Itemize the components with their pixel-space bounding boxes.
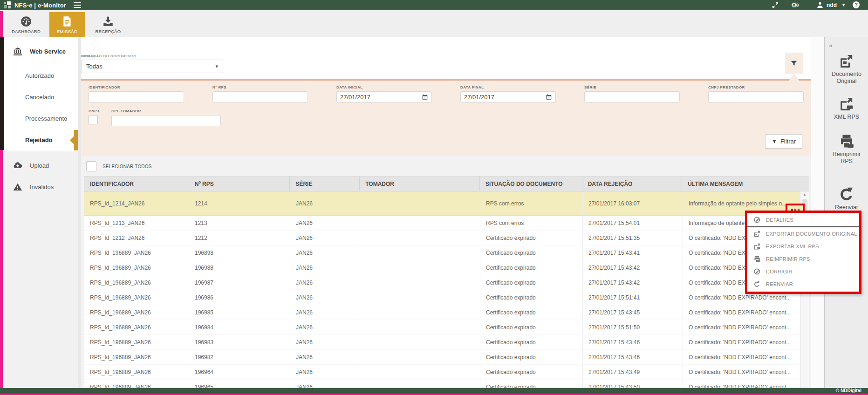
field-input[interactable]: 27/01/2017 <box>336 91 432 102</box>
context-menu-item[interactable]: REENVIAR <box>747 278 859 290</box>
filter-second-row: CNPJ CPF TOMADOR <box>89 109 221 126</box>
column-header-situacao[interactable]: SITUAÇÃO DO DOCUMENTO <box>480 177 582 191</box>
cell-identificador: RPS_Id_1212_JAN26 <box>84 231 189 245</box>
field-value: 27/01/2017 <box>340 94 370 101</box>
action-button[interactable]: Documento Original <box>832 53 861 85</box>
help-icon[interactable]: ? <box>853 1 860 8</box>
export-doc-icon <box>753 230 761 238</box>
context-menu-item[interactable]: CORRIGIR <box>747 265 859 278</box>
action-button[interactable]: Reimprimir RPS <box>833 133 861 165</box>
cell-serie: JAN26 <box>290 305 360 320</box>
filter-toggle-button[interactable] <box>785 53 803 74</box>
cell-identificador: RPS_Id_1214_JAN26 <box>84 191 189 215</box>
select-all-checkbox[interactable] <box>86 161 96 171</box>
field-label: DATA FINAL <box>460 85 556 89</box>
field-input[interactable] <box>584 91 680 102</box>
action-label-2: Original <box>836 78 856 85</box>
select-all-label: SELECIONAR TODOS <box>103 164 152 169</box>
username-label[interactable]: ndd <box>827 2 837 8</box>
column-header-rps[interactable]: Nº RPS <box>189 177 290 191</box>
table-row[interactable]: RPS_Id_196889_JAN26 196983 JAN26 Certifi… <box>84 335 809 350</box>
table-row[interactable]: RPS_Id_196889_JAN26 196988 JAN26 Certifi… <box>84 260 809 275</box>
table-row[interactable]: RPS_Id_196889_JAN26 196982 JAN26 Certifi… <box>84 350 809 365</box>
action-button[interactable]: Reenviar <box>835 186 858 211</box>
table-row[interactable]: RPS_Id_1212_JAN26 1212 JAN26 Certificado… <box>84 231 809 245</box>
field-input[interactable] <box>89 91 184 102</box>
field-input[interactable] <box>212 91 308 102</box>
user-icon[interactable] <box>816 1 824 9</box>
cell-serie: JAN26 <box>290 335 360 349</box>
table-row[interactable]: RPS_Id_196889_JAN26 196987 JAN26 Certifi… <box>84 275 809 290</box>
printer-icon <box>753 255 761 263</box>
cell-tomador <box>360 305 480 320</box>
table-row[interactable]: RPS_Id_196889_JAN26 196965 JAN26 Certifi… <box>84 380 809 388</box>
table-row[interactable]: RPS_Id_196889_JAN26 196986 JAN26 Certifi… <box>84 290 809 305</box>
action-button[interactable]: XML RPS <box>834 96 859 121</box>
select-input[interactable]: Todas ▾ <box>81 60 223 73</box>
cell-tomador <box>360 231 480 245</box>
table-row[interactable]: RPS_Id_196889_JAN26 196985 JAN26 Certifi… <box>84 305 809 320</box>
context-menu-item-label: REENVIAR <box>766 281 793 287</box>
field-input[interactable]: 27/01/2017 <box>460 91 556 102</box>
sidebar-item[interactable]: Cancelado <box>3 87 78 108</box>
column-header-tomador[interactable]: TOMADOR <box>360 177 480 191</box>
cell-situacao: Certificado expirado <box>480 380 583 388</box>
sidebar-item[interactable]: Upload <box>3 155 78 176</box>
cell-identificador: RPS_Id_196889_JAN26 <box>84 320 189 334</box>
scroll-up-arrow-icon[interactable]: ▲ <box>800 191 809 198</box>
fullscreen-icon[interactable] <box>772 1 779 9</box>
column-header-serie[interactable]: SÉRIE <box>290 177 360 191</box>
sidebar-group-webservice[interactable]: Web Service <box>3 37 78 65</box>
context-menu-item[interactable]: REIMPRIMIR RPS <box>747 252 859 265</box>
cnpj-checkbox[interactable] <box>89 115 98 124</box>
cpf-tomador-input[interactable] <box>111 115 221 126</box>
cell-identificador: RPS_Id_196889_JAN26 <box>84 335 189 349</box>
filtrar-button[interactable]: Filtrar <box>765 134 802 149</box>
column-header-identificador[interactable]: IDENTIFICADOR <box>84 177 189 191</box>
user-caret-down-icon[interactable]: ▾ <box>842 2 845 7</box>
collapsed-menu-strip <box>0 37 4 150</box>
cell-rps: 196898 <box>189 245 290 260</box>
table-row[interactable]: RPS_Id_1213_JAN26 1213 JAN26 RPS com err… <box>84 216 809 231</box>
context-menu-item[interactable]: EXPORTAR XML RPS <box>747 240 859 252</box>
filter-selects: CIDADE Todas ▾ JOB LAGES 5.0 ▾ SITUAÇÃO … <box>81 54 811 77</box>
cell-ultima-mensagem: O certificado: 'NDD EXPIRADO' encont... <box>683 305 801 320</box>
cell-tomador <box>360 320 480 334</box>
action-label-2: RPS <box>841 158 853 165</box>
tab[interactable]: RECEPÇÃO <box>90 12 126 37</box>
tab[interactable]: DASHBOARD <box>8 12 44 37</box>
field-input[interactable] <box>708 91 804 102</box>
tab[interactable]: EMISSÃO <box>49 12 85 37</box>
sidebar-item[interactable]: Inválidos <box>3 176 78 198</box>
context-menu-item[interactable]: DETALHES <box>747 213 859 227</box>
action-label: Reenviar <box>835 204 858 211</box>
context-menu-item[interactable]: EXPORTAR DOCUMENTO ORIGINAL <box>747 227 859 240</box>
table-row[interactable]: RPS_Id_1214_JAN26 1214 JAN26 RPS com err… <box>84 191 809 216</box>
sidebar-item[interactable]: Autorizado <box>3 65 78 87</box>
calendar-icon[interactable] <box>546 94 552 100</box>
cell-rps: 196965 <box>189 380 290 388</box>
column-header-data-rejeicao[interactable]: DATA REJEIÇÃO <box>582 177 683 191</box>
hamburger-menu-icon[interactable] <box>74 2 81 8</box>
cell-tomador <box>360 365 480 379</box>
cell-data-rejeicao: 27/01/2017 15:43:49 <box>583 365 683 379</box>
main-content: CIDADE Todas ▾ JOB LAGES 5.0 ▾ SITUAÇÃO … <box>81 37 811 388</box>
table-row[interactable]: RPS_Id_196889_JAN26 196984 JAN26 Certifi… <box>84 320 809 335</box>
cell-tomador <box>360 275 480 290</box>
filter-toggle-notch <box>789 74 799 81</box>
column-header-ultima-mensagem[interactable]: ÚLTIMA MENSAGEM <box>682 177 800 191</box>
sidebar-item-label: Inválidos <box>30 184 54 191</box>
settings-gears-icon[interactable]: ⚙⚙ <box>791 1 802 9</box>
cell-tomador <box>360 260 480 275</box>
cell-rps: 196987 <box>189 275 290 290</box>
cell-rps: 1212 <box>189 231 290 245</box>
sidebar-item[interactable]: Rejeitado <box>3 129 78 151</box>
header-scroll-stub <box>800 177 809 191</box>
sidebar-splitter[interactable] <box>78 37 81 388</box>
sidebar-item[interactable]: Processamento <box>3 108 78 129</box>
table-row[interactable]: RPS_Id_196889_JAN26 196898 JAN26 Certifi… <box>84 245 809 260</box>
table-row[interactable]: RPS_Id_196889_JAN26 196964 JAN26 Certifi… <box>84 365 809 380</box>
cell-rps: 196983 <box>189 335 290 349</box>
context-menu-item-label: EXPORTAR XML RPS <box>766 244 819 249</box>
calendar-icon[interactable] <box>422 94 428 100</box>
